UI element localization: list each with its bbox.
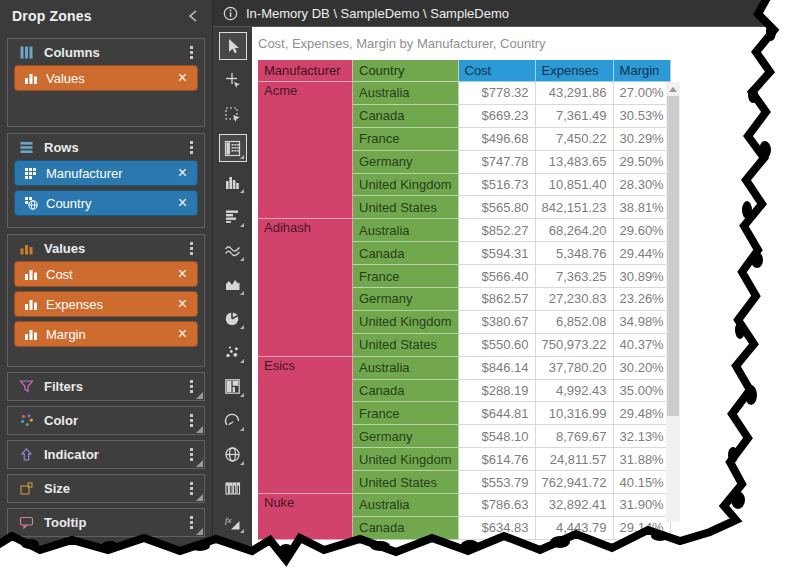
resize-grip[interactable] (196, 460, 203, 467)
cost-cell[interactable]: $496.68 (459, 128, 536, 151)
margin-cell[interactable]: 27.00% (614, 82, 671, 105)
margin-cell[interactable]: 30.29% (614, 128, 671, 151)
country-cell[interactable]: United Kingdom (353, 174, 459, 197)
panel-header-indicator[interactable]: Indicator (8, 441, 204, 467)
cost-cell[interactable]: $644.81 (459, 402, 536, 425)
tool-calculated-fx[interactable]: fx (219, 508, 247, 536)
margin-cell[interactable]: 31.90% (614, 494, 671, 517)
country-cell[interactable]: United Kingdom (353, 311, 459, 334)
expenses-cell[interactable]: 5,348.76 (536, 242, 614, 265)
remove-field-button[interactable]: × (176, 266, 189, 282)
expenses-cell[interactable]: 43,291.86 (536, 82, 614, 105)
cost-cell[interactable]: $852.27 (459, 219, 536, 242)
tool-stacked-bars[interactable] (219, 202, 247, 230)
cost-cell[interactable]: $786.63 (459, 494, 536, 517)
cost-cell[interactable]: $778.32 (459, 82, 536, 105)
expenses-cell[interactable]: 37,780.20 (536, 357, 614, 380)
country-cell[interactable]: Australia (353, 219, 459, 242)
field-chip-country[interactable]: Country × (14, 190, 198, 216)
panel-header-tooltip[interactable]: Tooltip (8, 509, 204, 535)
remove-field-button[interactable]: × (176, 165, 189, 181)
country-cell[interactable]: United States (353, 334, 459, 357)
remove-field-button[interactable]: × (176, 326, 189, 342)
tool-pie[interactable] (219, 304, 247, 332)
cost-cell[interactable]: $634.83 (459, 517, 536, 540)
country-cell[interactable]: Australia (353, 82, 459, 105)
margin-cell[interactable]: 40.15% (614, 471, 671, 494)
country-cell[interactable]: France (353, 128, 459, 151)
tool-grid[interactable] (219, 134, 247, 162)
vertical-scrollbar[interactable] (666, 82, 680, 522)
column-header-country[interactable]: Country (353, 60, 459, 82)
expenses-cell[interactable]: 8,769.67 (536, 425, 614, 448)
scroll-up-button[interactable] (666, 82, 680, 96)
tool-lines[interactable] (219, 236, 247, 264)
margin-cell[interactable]: 29.60% (614, 219, 671, 242)
remove-field-button[interactable]: × (176, 296, 189, 312)
country-cell[interactable]: Canada (353, 242, 459, 265)
tool-map[interactable] (219, 440, 247, 468)
margin-cell[interactable]: 32.13% (614, 425, 671, 448)
tool-gauge[interactable] (219, 406, 247, 434)
resize-grip[interactable] (196, 392, 203, 399)
tool-crosshair-select[interactable] (219, 66, 247, 94)
manufacturer-group-cell[interactable]: Nuke (258, 494, 353, 540)
remove-field-button[interactable]: × (176, 70, 189, 86)
collapse-sidebar-button[interactable] (184, 7, 202, 25)
panel-header-color[interactable]: Color (8, 407, 204, 433)
cost-cell[interactable]: $516.73 (459, 174, 536, 197)
margin-cell[interactable]: 23.26% (614, 288, 671, 311)
tool-cards[interactable] (219, 474, 247, 502)
tool-scatter[interactable] (219, 338, 247, 366)
margin-cell[interactable]: 40.37% (614, 334, 671, 357)
expenses-cell[interactable]: 68,264.20 (536, 219, 614, 242)
margin-cell[interactable]: 30.89% (614, 265, 671, 288)
country-cell[interactable]: Australia (353, 357, 459, 380)
margin-cell[interactable]: 30.53% (614, 105, 671, 128)
margin-cell[interactable]: 38.81% (614, 196, 671, 219)
expenses-cell[interactable]: 27,230.83 (536, 288, 614, 311)
resize-grip[interactable] (196, 426, 203, 433)
country-cell[interactable]: United States (353, 471, 459, 494)
info-icon[interactable] (223, 6, 238, 21)
cost-cell[interactable]: $550.60 (459, 334, 536, 357)
expenses-cell[interactable]: 7,361.49 (536, 105, 614, 128)
expenses-cell[interactable]: 10,316.99 (536, 402, 614, 425)
country-cell[interactable]: Canada (353, 517, 459, 540)
expenses-cell[interactable]: 762,941.72 (536, 471, 614, 494)
scrollbar-thumb[interactable] (667, 96, 679, 416)
expenses-cell[interactable]: 4,443.79 (536, 517, 614, 540)
field-chip-manufacturer[interactable]: Manufacturer × (14, 160, 198, 186)
country-cell[interactable]: United Kingdom (353, 448, 459, 471)
expenses-cell[interactable]: 750,973.22 (536, 334, 614, 357)
cost-cell[interactable]: $566.40 (459, 265, 536, 288)
resize-grip[interactable] (196, 528, 203, 535)
margin-cell[interactable]: 29.44% (614, 242, 671, 265)
margin-cell[interactable]: 29.48% (614, 402, 671, 425)
country-cell[interactable]: United States (353, 196, 459, 219)
margin-cell[interactable]: 29.14% (614, 517, 671, 540)
panel-menu-button[interactable] (186, 239, 197, 258)
country-cell[interactable]: France (353, 265, 459, 288)
column-header-manufacturer[interactable]: Manufacturer (258, 60, 353, 82)
margin-cell[interactable]: 34.98% (614, 311, 671, 334)
field-chip-values[interactable]: Values × (14, 65, 198, 91)
cost-cell[interactable]: $565.80 (459, 196, 536, 219)
cost-cell[interactable]: $846.14 (459, 357, 536, 380)
country-cell[interactable]: Germany (353, 425, 459, 448)
manufacturer-group-cell[interactable]: Esics (258, 357, 353, 494)
expenses-cell[interactable]: 7,450.22 (536, 128, 614, 151)
tool-bar-chart[interactable] (219, 168, 247, 196)
panel-header-values[interactable]: Values (8, 235, 204, 261)
resize-grip[interactable] (196, 494, 203, 501)
tool-treemap[interactable] (219, 372, 247, 400)
remove-field-button[interactable]: × (176, 195, 189, 211)
margin-cell[interactable]: 28.30% (614, 174, 671, 197)
field-chip-expenses[interactable]: Expenses × (14, 291, 198, 317)
column-header-margin[interactable]: Margin (614, 60, 671, 82)
margin-cell[interactable]: 31.88% (614, 448, 671, 471)
expenses-cell[interactable]: 4,992.43 (536, 380, 614, 403)
expenses-cell[interactable]: 10,851.40 (536, 174, 614, 197)
country-cell[interactable]: Canada (353, 380, 459, 403)
margin-cell[interactable]: 29.50% (614, 151, 671, 174)
